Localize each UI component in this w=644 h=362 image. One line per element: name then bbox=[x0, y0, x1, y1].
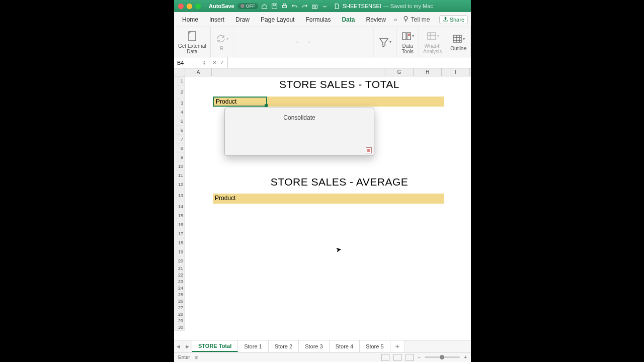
sheet-tab-store-3[interactable]: Store 3 bbox=[299, 340, 329, 352]
print-icon[interactable] bbox=[281, 3, 288, 10]
tab-draw[interactable]: Draw bbox=[230, 14, 255, 25]
header-band-average bbox=[213, 194, 444, 204]
consolidate-title: Consolidate bbox=[225, 108, 374, 121]
whatif-analysis-button[interactable]: ▾ What-If Analysis bbox=[419, 27, 446, 57]
tab-page-layout[interactable]: Page Layout bbox=[256, 14, 299, 25]
toolbar-more-icon[interactable] bbox=[321, 3, 329, 10]
name-box-stepper[interactable]: ▲▼ bbox=[203, 60, 206, 65]
sheet-nav-prev[interactable]: ◄ bbox=[174, 340, 183, 352]
sheet-tab-store-total[interactable]: STORE Total bbox=[192, 340, 238, 352]
sheet-nav-next[interactable]: ► bbox=[183, 340, 192, 352]
undo-icon[interactable] bbox=[291, 3, 298, 10]
add-sheet-button[interactable]: + bbox=[390, 340, 406, 352]
ribbon-content: Get External Data ▾ R ▾ ▾ Data Tools ▾ W… bbox=[174, 27, 471, 57]
row-header[interactable]: 17 bbox=[174, 229, 185, 238]
row-header[interactable]: 1 bbox=[174, 76, 185, 85]
svg-rect-1 bbox=[273, 4, 276, 5]
svg-point-5 bbox=[314, 6, 316, 8]
row-header[interactable]: 2 bbox=[174, 85, 185, 99]
record-macro-icon[interactable]: ⎚ bbox=[195, 354, 198, 360]
close-window-button[interactable] bbox=[178, 4, 184, 9]
row-headers: 1234567891011121314151617181920212223242… bbox=[174, 76, 185, 331]
col-header-g[interactable]: G bbox=[385, 68, 414, 76]
row-header[interactable]: 20 bbox=[174, 256, 185, 265]
col-header-a[interactable]: A bbox=[185, 68, 212, 76]
row-header[interactable]: 5 bbox=[174, 117, 185, 126]
svg-rect-3 bbox=[283, 4, 286, 5]
row-header[interactable]: 19 bbox=[174, 247, 185, 256]
product-label-b15: Product bbox=[215, 195, 235, 202]
row-header[interactable]: 30 bbox=[174, 324, 185, 331]
dialog-expand-button[interactable] bbox=[366, 147, 372, 153]
status-bar: Enter ⎚ − + bbox=[174, 352, 471, 362]
tell-me-search[interactable]: Tell me bbox=[403, 16, 430, 24]
cancel-formula-icon[interactable]: ✕ bbox=[212, 59, 217, 66]
redo-icon[interactable] bbox=[301, 3, 308, 10]
name-box[interactable]: B4 ▲▼ bbox=[174, 57, 209, 68]
row-header[interactable]: 6 bbox=[174, 126, 185, 135]
row-header[interactable]: 26 bbox=[174, 298, 185, 305]
row-header[interactable]: 22 bbox=[174, 272, 185, 279]
refresh-button[interactable]: ▾ R bbox=[211, 27, 233, 57]
row-header[interactable]: 7 bbox=[174, 135, 185, 144]
row-header[interactable]: 13 bbox=[174, 189, 185, 202]
data-tools-button[interactable]: ▾ Data Tools bbox=[396, 27, 419, 57]
title-total: STORE SALES - TOTAL bbox=[213, 78, 466, 90]
row-header[interactable]: 12 bbox=[174, 180, 185, 189]
accept-formula-icon[interactable]: ✓ bbox=[220, 59, 224, 66]
tab-insert[interactable]: Insert bbox=[204, 14, 229, 25]
col-header-h[interactable]: H bbox=[414, 68, 442, 76]
active-cell-b4[interactable]: Product bbox=[213, 97, 267, 107]
sheet-tab-store-5[interactable]: Store 5 bbox=[360, 340, 390, 352]
sheet-tab-store-4[interactable]: Store 4 bbox=[330, 340, 360, 352]
select-all-corner[interactable] bbox=[174, 68, 185, 76]
row-header[interactable]: 15 bbox=[174, 211, 185, 220]
tab-formulas[interactable]: Formulas bbox=[300, 14, 336, 25]
sheet-tab-store-2[interactable]: Store 2 bbox=[269, 340, 299, 352]
camera-icon[interactable] bbox=[311, 3, 318, 10]
autosave-toggle[interactable]: OFF bbox=[237, 3, 258, 9]
row-header[interactable]: 25 bbox=[174, 292, 185, 298]
zoom-out-button[interactable]: − bbox=[418, 354, 421, 360]
page-layout-view-button[interactable] bbox=[393, 354, 401, 361]
col-header-i[interactable]: I bbox=[442, 68, 470, 76]
title-average: STORE SALES - AVERAGE bbox=[213, 176, 466, 188]
tab-review[interactable]: Review bbox=[361, 14, 390, 25]
row-header[interactable]: 9 bbox=[174, 153, 185, 162]
outline-button[interactable]: ▾ Outline bbox=[446, 27, 471, 57]
get-external-data-button[interactable]: Get External Data bbox=[174, 27, 211, 57]
consolidate-dialog[interactable]: Consolidate bbox=[224, 108, 374, 156]
normal-view-button[interactable] bbox=[381, 354, 389, 361]
row-header[interactable]: 3 bbox=[174, 99, 185, 108]
filter-button[interactable]: ▾ bbox=[374, 27, 396, 57]
zoom-in-button[interactable]: + bbox=[464, 354, 467, 360]
row-header[interactable]: 29 bbox=[174, 318, 185, 324]
row-header[interactable]: 8 bbox=[174, 144, 185, 153]
row-header[interactable]: 16 bbox=[174, 220, 185, 229]
minimize-window-button[interactable] bbox=[187, 4, 192, 9]
page-break-view-button[interactable] bbox=[406, 354, 414, 361]
home-icon[interactable] bbox=[261, 3, 268, 10]
tab-overflow[interactable]: » bbox=[392, 14, 399, 25]
svg-point-6 bbox=[404, 16, 408, 20]
zoom-window-button[interactable] bbox=[195, 4, 201, 9]
row-header[interactable]: 14 bbox=[174, 202, 185, 211]
row-header[interactable]: 11 bbox=[174, 171, 185, 180]
row-header[interactable]: 4 bbox=[174, 108, 185, 117]
row-header[interactable]: 10 bbox=[174, 162, 185, 171]
autosave-label: AutoSave bbox=[209, 3, 234, 9]
row-header[interactable]: 24 bbox=[174, 285, 185, 292]
row-header[interactable]: 28 bbox=[174, 311, 185, 318]
tab-home[interactable]: Home bbox=[177, 14, 203, 25]
sheet-tab-store-1[interactable]: Store 1 bbox=[238, 340, 268, 352]
zoom-slider[interactable] bbox=[425, 356, 460, 358]
row-header[interactable]: 21 bbox=[174, 265, 185, 272]
tab-data[interactable]: Data bbox=[337, 14, 360, 25]
sheet-tab-bar: ◄ ► STORE Total Store 1 Store 2 Store 3 … bbox=[174, 340, 471, 352]
save-icon[interactable] bbox=[271, 3, 278, 10]
row-header[interactable]: 27 bbox=[174, 305, 185, 311]
row-header[interactable]: 23 bbox=[174, 279, 185, 285]
row-header[interactable]: 18 bbox=[174, 238, 185, 247]
share-button[interactable]: Share bbox=[439, 15, 468, 24]
worksheet-grid[interactable]: A G H I 12345678910111213141516171819202… bbox=[174, 68, 471, 340]
